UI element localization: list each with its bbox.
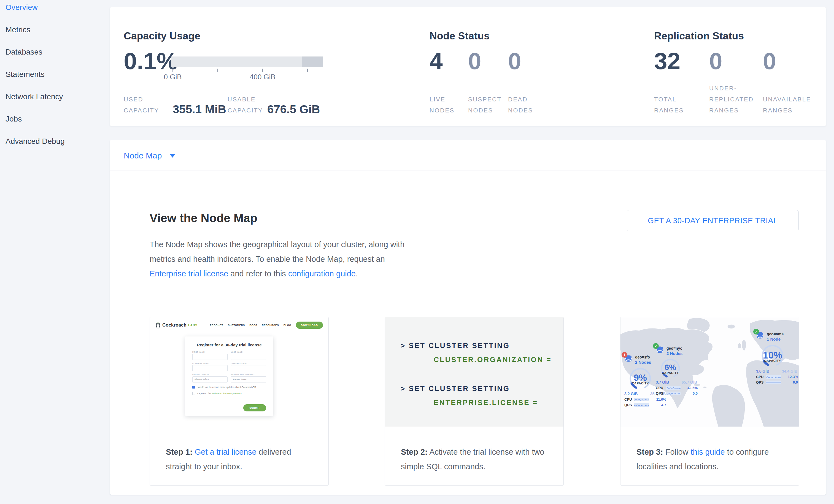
under-replicated-ranges-label: UNDER-REPLICATED RANGES	[709, 83, 755, 116]
used-gib: 3.7 GiB	[656, 380, 669, 385]
description-text: The Node Map shows the geographical layo…	[150, 240, 404, 263]
submit-button: SUBMIT	[243, 404, 266, 411]
form-title: Register for a 30-day trial license	[192, 343, 266, 347]
capacity-usage-bar-segment	[302, 57, 323, 67]
axis-tick	[173, 69, 173, 72]
step-2-card: > SET CLUSTER SETTING CLUSTER.ORGANIZATI…	[385, 317, 564, 485]
sql-line: > SET CLUSTER SETTING	[401, 342, 510, 350]
axis-tick	[307, 69, 308, 72]
sidebar-item-statements[interactable]: Statements	[0, 67, 110, 82]
enterprise-trial-license-link[interactable]: Enterprise trial license	[150, 269, 228, 278]
mini-site-header: Cockroach LABS PRODUCT CUSTOMERS DOCS RE…	[150, 317, 328, 333]
used-capacity-value: 355.1 MiB	[173, 103, 226, 116]
view-selector-bar: Node Map	[110, 140, 826, 171]
total-ranges-label: TOTAL RANGES	[654, 94, 687, 116]
capacity-caption: CAPACITY	[658, 371, 682, 374]
map-node-ams: ✓ geo=ams 1 Node 10% CAPACITY	[756, 331, 799, 385]
sql-line: > SET CLUSTER SETTING	[401, 385, 510, 393]
cpu-label: CPU	[656, 386, 666, 390]
step-label: Step 2:	[401, 447, 427, 456]
capacity-caption: CAPACITY	[759, 359, 786, 363]
live-nodes-value: 4	[430, 49, 443, 73]
cpu-sparkline	[766, 375, 781, 379]
cpu-sparkline	[666, 386, 681, 390]
sidebar-item-metrics[interactable]: Metrics	[0, 22, 110, 37]
node-map-dropdown-label: Node Map	[124, 151, 162, 160]
step-label: Step 1:	[166, 447, 193, 456]
qps-value: 0.0	[793, 380, 798, 385]
node-count-label: 2 Nodes	[666, 351, 682, 356]
replication-status-title: Replication Status	[654, 30, 744, 42]
capacity-percent: 6%	[658, 363, 682, 372]
cpu-label: CPU	[624, 397, 634, 401]
brand-suffix: LABS	[188, 324, 198, 327]
axis-tick	[262, 69, 263, 72]
under-replicated-ranges-value: 0	[709, 49, 722, 73]
field-label: REASON FOR INTEREST	[231, 374, 266, 376]
trial-register-form: Register for a 30-day trial license FIRS…	[185, 336, 273, 416]
capacity-usage-title: Capacity Usage	[124, 30, 200, 42]
cpu-value: 11.0%	[656, 397, 666, 401]
sidebar: Overview Metrics Databases Statements Ne…	[0, 0, 110, 504]
description-text: and refer to this	[228, 269, 288, 278]
usable-capacity-label: USABLE CAPACITY	[227, 94, 266, 116]
qps-value: 4.7	[661, 403, 666, 407]
suspect-nodes-value: 0	[468, 49, 481, 73]
field-label: PROJECT PHASE	[192, 374, 227, 376]
qps-sparkline	[634, 403, 649, 407]
sidebar-item-advanced-debug[interactable]: Advanced Debug	[0, 134, 110, 149]
error-badge-icon: 1	[621, 352, 627, 358]
this-guide-link[interactable]: this guide	[691, 447, 725, 456]
capacity-caption: CAPACITY	[627, 382, 654, 385]
checkbox-unchecked	[192, 392, 195, 395]
map-node-nyc: ✓ geo=nyc 2 Nodes 6% CAPACITY	[656, 346, 699, 395]
unavailable-ranges-value: 0	[763, 49, 776, 73]
checkbox-label: I would like to receive email updates ab…	[197, 386, 257, 389]
get-enterprise-trial-button[interactable]: GET A 30-DAY ENTERPRISE TRIAL	[627, 210, 799, 231]
cpu-value: 42.5%	[687, 386, 698, 390]
node-map-dropdown[interactable]: Node Map	[124, 140, 176, 171]
qps-label: QPS	[656, 391, 666, 395]
total-ranges-value: 32	[654, 49, 681, 73]
sql-line: CLUSTER.ORGANIZATION =	[434, 355, 552, 364]
live-nodes-label: LIVE NODES	[430, 94, 463, 116]
sidebar-item-network-latency[interactable]: Network Latency	[0, 89, 110, 104]
field-label: COMPANY NAME	[192, 363, 227, 364]
capacity-usage-percent: 0.1%	[124, 49, 178, 73]
step-label: Step 3:	[636, 447, 663, 456]
locality-label: geo=nyc	[666, 346, 682, 351]
sidebar-item-databases[interactable]: Databases	[0, 45, 110, 60]
capacity-gauge: 9% CAPACITY	[627, 366, 654, 391]
used-capacity-label: USED CAPACITY	[124, 94, 159, 116]
page-title: View the Node Map	[150, 211, 257, 225]
select-input: Please Select	[192, 376, 227, 382]
unavailable-ranges-label: UNAVAILABLE RANGES	[763, 94, 813, 116]
usable-gib: 34.4 GiB	[782, 369, 797, 373]
text-input	[231, 365, 266, 371]
axis-tick-label: 400 GiB	[241, 73, 285, 81]
trial-license-site-thumbnail: Cockroach LABS PRODUCT CUSTOMERS DOCS RE…	[150, 317, 328, 426]
sidebar-item-jobs[interactable]: Jobs	[0, 112, 110, 127]
dead-nodes-label: DEAD NODES	[508, 94, 541, 116]
cpu-value: 12.3%	[788, 375, 798, 379]
cpu-label: CPU	[756, 375, 766, 379]
nav-item: BLOG	[284, 324, 291, 327]
used-gib: 3.2 GiB	[624, 392, 638, 396]
mini-site-nav: PRODUCT CUSTOMERS DOCS RESOURCES BLOG DO…	[210, 322, 323, 329]
usable-gib: 65.7 GiB	[682, 380, 697, 385]
license-agreement-link: Software License Agreement.	[212, 392, 242, 395]
used-gib: 3.6 GiB	[756, 369, 769, 373]
description-text: .	[356, 269, 358, 278]
cpu-sparkline	[634, 398, 649, 401]
field-label: COMPANY EMAIL	[231, 363, 266, 364]
configuration-guide-link[interactable]: configuration guide	[288, 269, 356, 278]
ok-badge-icon: ✓	[653, 343, 659, 349]
get-trial-license-link[interactable]: Get a trial license	[195, 447, 257, 456]
sidebar-item-overview[interactable]: Overview	[0, 0, 110, 15]
step-1-caption: Step 1: Get a trial license delivered st…	[150, 426, 328, 474]
locality-label: geo=sfo	[635, 355, 651, 359]
text-input	[192, 354, 227, 360]
capacity-percent: 9%	[627, 373, 654, 383]
axis-tick	[217, 69, 218, 72]
cockroach-labs-logo: Cockroach LABS	[155, 322, 198, 328]
